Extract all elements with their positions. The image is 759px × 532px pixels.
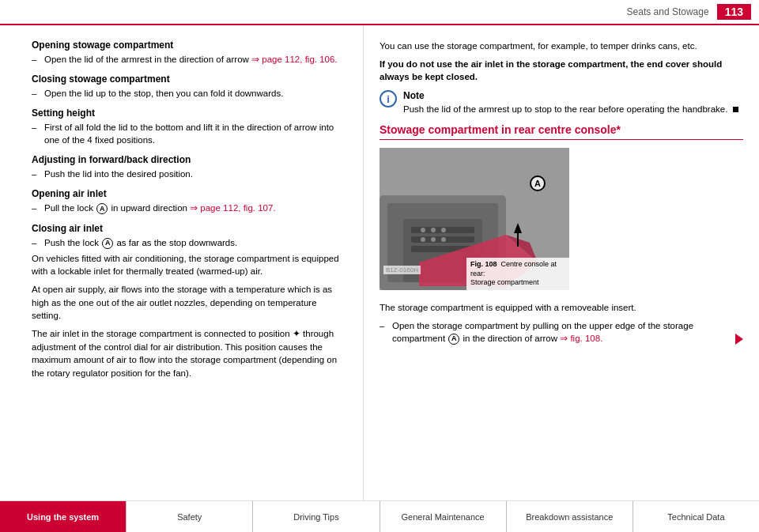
bullet-dash: – <box>32 87 40 100</box>
figure-108: A B1Z-0160H Fig. 108 Centre console at r… <box>380 148 569 290</box>
bullet-dash: – <box>380 319 387 345</box>
bold-warning: If you do not use the air inlet in the s… <box>380 58 743 84</box>
list-item: – Push the lid into the desired position… <box>32 168 347 180</box>
bullet-text: Push the lock A as far as the stop downw… <box>44 236 347 249</box>
bottom-navigation: Using the system Safety Driving Tips Gen… <box>0 500 759 532</box>
figure-watermark: B1Z-0160H <box>383 266 421 274</box>
svg-point-8 <box>431 228 436 232</box>
circle-a-label: A <box>96 203 108 214</box>
page-link[interactable]: ⇒ page 112, fig. 107. <box>190 203 275 213</box>
circle-a-on-image: A <box>530 175 546 191</box>
page-link[interactable]: ⇒ page 112, fig. 106. <box>251 55 337 64</box>
section-opening-air-inlet: Opening air inlet <box>32 188 347 199</box>
list-item: – Open the lid of the armrest in the dir… <box>32 53 347 66</box>
section-setting-height: Setting height <box>32 108 347 119</box>
bullet-text: Open the lid up to the stop, then you ca… <box>44 87 347 100</box>
section-closing-air-inlet: Closing air inlet <box>32 223 347 234</box>
header-title: Seats and Stowage <box>627 6 709 17</box>
bullet-dash: – <box>32 236 40 249</box>
nav-item-driving-tips[interactable]: Driving Tips <box>253 501 380 532</box>
bullet-text: First of all fold the lid to the bottom … <box>44 121 347 146</box>
main-content: Opening stowage compartment – Open the l… <box>0 25 759 500</box>
list-item: – Pull the lock A in upward direction ⇒ … <box>32 202 347 214</box>
stowage-section-title: Stowage compartment in rear centre conso… <box>380 123 743 140</box>
right-column: You can use the storage compartment, for… <box>364 25 759 500</box>
svg-point-7 <box>421 228 425 232</box>
paragraph-2: At open air supply, air flows into the s… <box>32 283 347 323</box>
section-adjusting-direction: Adjusting in forward/back direction <box>32 154 347 165</box>
note-text: Push the lid of the armrest up to stop t… <box>403 103 743 115</box>
nav-item-breakdown-assistance[interactable]: Breakdown assistance <box>507 501 633 532</box>
end-marker <box>733 107 738 112</box>
paragraph-1: On vehicles fitted with air conditioning… <box>32 252 347 278</box>
svg-point-10 <box>421 237 425 242</box>
next-arrow-icon <box>735 334 743 345</box>
storage-bullet-text: Open the storage compartment by pulling … <box>392 319 743 345</box>
list-item: – First of all fold the lid to the botto… <box>32 121 347 146</box>
info-icon: i <box>380 90 397 108</box>
circle-a-label: A <box>102 238 113 249</box>
note-title: Note <box>403 90 743 101</box>
note-content: Note Push the lid of the armrest up to s… <box>403 90 743 115</box>
paragraph-3: The air inlet in the storage compartment… <box>32 327 347 380</box>
nav-item-using-the-system[interactable]: Using the system <box>0 501 126 532</box>
bullet-text: Push the lid into the desired position. <box>44 168 347 180</box>
bullet-dash: – <box>32 168 40 180</box>
left-column: Opening stowage compartment – Open the l… <box>0 25 364 500</box>
intro-text: You can use the storage compartment, for… <box>380 40 743 53</box>
storage-bullet: – Open the storage compartment by pullin… <box>380 319 743 345</box>
nav-item-safety[interactable]: Safety <box>126 501 253 532</box>
circle-a-label: A <box>448 334 459 345</box>
fig-desc: Storage compartment <box>470 278 539 286</box>
page-header: Seats and Stowage 113 <box>0 0 759 25</box>
figure-caption: Fig. 108 Centre console at rear: Storage… <box>466 258 569 290</box>
storage-intro-text: The storage compartment is equipped with… <box>380 301 743 315</box>
section-closing-stowage: Closing stowage compartment <box>32 74 347 85</box>
bullet-text: Pull the lock A in upward direction ⇒ pa… <box>44 202 347 214</box>
page-number: 113 <box>717 4 751 20</box>
list-item: – Push the lock A as far as the stop dow… <box>32 236 347 249</box>
list-item: – Open the lid up to the stop, then you … <box>32 87 347 100</box>
bullet-dash: – <box>32 202 40 214</box>
nav-item-technical-data[interactable]: Technical Data <box>633 501 759 532</box>
svg-point-11 <box>431 237 436 242</box>
nav-item-general-maintenance[interactable]: General Maintenance <box>380 501 507 532</box>
bullet-dash: – <box>32 121 40 146</box>
note-box: i Note Push the lid of the armrest up to… <box>380 90 743 115</box>
svg-point-12 <box>441 237 446 242</box>
page-link[interactable]: ⇒ fig. 108. <box>560 334 602 343</box>
fig-label: Fig. 108 <box>470 260 497 268</box>
bullet-text: Open the lid of the armrest in the direc… <box>44 53 347 66</box>
svg-point-9 <box>441 228 446 232</box>
bullet-dash: – <box>32 53 40 66</box>
section-opening-stowage: Opening stowage compartment <box>32 40 347 51</box>
